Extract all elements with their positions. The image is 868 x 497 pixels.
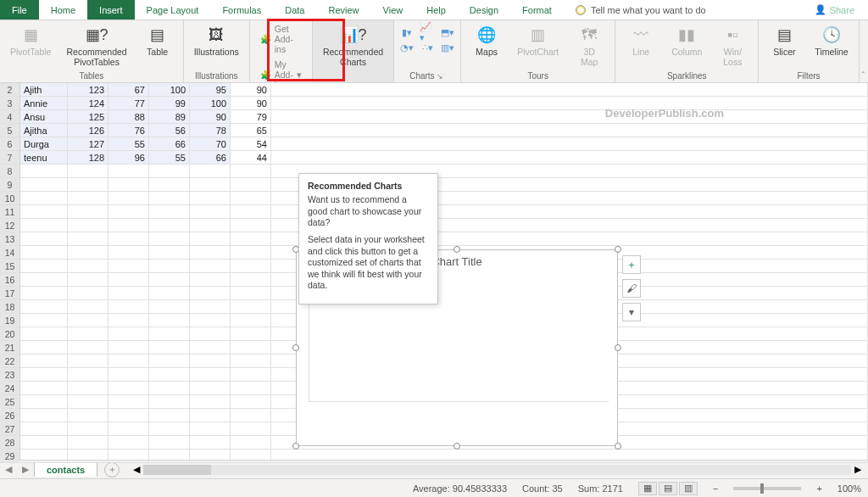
cell[interactable] xyxy=(149,341,190,355)
page-break-view-button[interactable]: ▥ xyxy=(679,482,698,495)
row-header[interactable]: 17 xyxy=(0,287,19,300)
sparkline-winloss-button[interactable]: ▪▫Win/ Loss xyxy=(712,22,753,69)
cell[interactable] xyxy=(231,273,271,287)
cell[interactable] xyxy=(149,355,190,368)
cell[interactable] xyxy=(20,395,68,409)
cell[interactable] xyxy=(271,151,868,165)
cell[interactable] xyxy=(231,422,271,436)
cell[interactable] xyxy=(231,341,271,355)
resize-handle[interactable] xyxy=(292,344,299,351)
cell[interactable] xyxy=(190,355,231,368)
tab-page-layout[interactable]: Page Layout xyxy=(135,0,211,20)
cell[interactable]: 99 xyxy=(149,97,190,110)
row-header[interactable]: 15 xyxy=(0,260,19,273)
tab-format[interactable]: Format xyxy=(510,0,564,20)
cell[interactable] xyxy=(190,246,231,260)
cell[interactable] xyxy=(68,165,108,178)
cell[interactable]: 90 xyxy=(231,83,271,97)
cell[interactable] xyxy=(68,436,108,450)
cell[interactable] xyxy=(68,232,108,246)
cell[interactable] xyxy=(108,382,149,395)
cell[interactable] xyxy=(231,178,271,192)
cell[interactable] xyxy=(149,409,190,422)
cell[interactable]: 76 xyxy=(108,124,149,137)
cell[interactable] xyxy=(68,192,108,205)
resize-handle[interactable] xyxy=(615,344,621,351)
cell[interactable] xyxy=(108,355,149,368)
cell[interactable] xyxy=(68,260,108,273)
sheet-tab-contacts[interactable]: contacts xyxy=(34,462,97,477)
cell[interactable]: 77 xyxy=(108,97,149,110)
cell[interactable] xyxy=(108,436,149,450)
cell[interactable] xyxy=(108,368,149,382)
cell[interactable] xyxy=(271,110,868,124)
cell[interactable] xyxy=(190,300,231,314)
cell[interactable]: 90 xyxy=(190,110,231,124)
cell[interactable] xyxy=(231,368,271,382)
cell[interactable] xyxy=(149,395,190,409)
cell[interactable] xyxy=(190,165,231,178)
cell[interactable]: 70 xyxy=(190,137,231,151)
row-header[interactable]: 3 xyxy=(0,97,19,110)
cell[interactable] xyxy=(108,246,149,260)
cell[interactable]: Ansu xyxy=(20,110,68,124)
cell[interactable] xyxy=(149,192,190,205)
cell[interactable] xyxy=(68,273,108,287)
cell[interactable] xyxy=(68,368,108,382)
cell[interactable] xyxy=(20,314,68,327)
cell[interactable]: 54 xyxy=(231,137,271,151)
link-button[interactable]: 🔗Link xyxy=(865,22,868,59)
cell[interactable] xyxy=(231,300,271,314)
cell[interactable] xyxy=(149,165,190,178)
cell[interactable] xyxy=(149,314,190,327)
cell[interactable] xyxy=(68,205,108,219)
cell[interactable] xyxy=(108,232,149,246)
cell[interactable] xyxy=(20,205,68,219)
cell[interactable] xyxy=(190,178,231,192)
column-chart-dropdown[interactable]: ▮▾ xyxy=(399,25,415,39)
cell[interactable] xyxy=(108,192,149,205)
cell[interactable] xyxy=(231,355,271,368)
row-header[interactable]: 26 xyxy=(0,409,19,422)
cell[interactable] xyxy=(20,273,68,287)
cell[interactable]: 100 xyxy=(190,97,231,110)
cell[interactable] xyxy=(190,395,231,409)
row-header[interactable]: 18 xyxy=(0,300,19,314)
cell[interactable] xyxy=(231,314,271,327)
tab-review[interactable]: Review xyxy=(316,0,370,20)
zoom-out-button[interactable]: − xyxy=(713,483,718,494)
zoom-level[interactable]: 100% xyxy=(837,483,861,494)
cell[interactable] xyxy=(231,246,271,260)
timeline-button[interactable]: 🕓Timeline xyxy=(810,22,853,59)
resize-handle[interactable] xyxy=(615,246,621,253)
cell[interactable] xyxy=(108,178,149,192)
pivotchart-button[interactable]: ▥PivotChart xyxy=(512,22,564,59)
row-header[interactable]: 10 xyxy=(0,192,19,205)
scatter-chart-dropdown[interactable]: ∴▾ xyxy=(420,41,435,54)
row-header[interactable]: 6 xyxy=(0,137,19,151)
chart-elements-button[interactable]: ＋ xyxy=(622,255,641,274)
cell[interactable] xyxy=(108,300,149,314)
cell[interactable] xyxy=(190,368,231,382)
cell[interactable] xyxy=(149,205,190,219)
row-header[interactable]: 14 xyxy=(0,246,19,260)
recommended-pivottables-button[interactable]: ▦?Recommended PivotTables xyxy=(61,22,131,69)
cell[interactable] xyxy=(190,341,231,355)
cell[interactable] xyxy=(68,246,108,260)
get-addins-button[interactable]: 🧩Get Add-ins xyxy=(255,22,307,56)
cell[interactable]: 96 xyxy=(108,151,149,165)
cell[interactable] xyxy=(108,341,149,355)
cell[interactable] xyxy=(231,165,271,178)
cell[interactable] xyxy=(20,178,68,192)
cell[interactable]: 79 xyxy=(231,110,271,124)
cell[interactable] xyxy=(190,450,231,463)
row-header[interactable]: 21 xyxy=(0,341,19,355)
cell[interactable] xyxy=(190,436,231,450)
cell[interactable] xyxy=(20,422,68,436)
resize-handle[interactable] xyxy=(615,443,621,450)
cell[interactable] xyxy=(231,327,271,341)
cell[interactable] xyxy=(20,232,68,246)
tab-insert[interactable]: Insert xyxy=(87,0,135,20)
tell-me[interactable]: Tell me what you want to do xyxy=(564,0,706,20)
row-header[interactable]: 19 xyxy=(0,314,19,327)
